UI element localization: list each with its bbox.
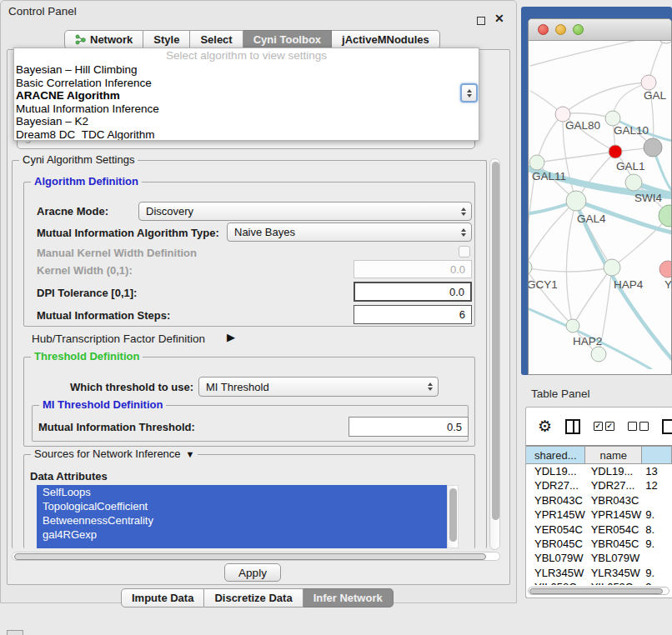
table-cell[interactable]: 9. <box>642 566 672 580</box>
table-cell[interactable]: YLR345W <box>586 566 643 580</box>
table-cell[interactable]: YIL052C <box>586 580 643 585</box>
algorithm-option[interactable]: Bayesian – K2 <box>14 115 479 128</box>
table-cell[interactable]: YBR045C <box>526 537 586 551</box>
table-cell[interactable]: YBR043C <box>586 493 643 508</box>
table-cell[interactable]: YIL052C <box>526 580 586 585</box>
table-row[interactable]: YBL079WYBL079W <box>526 551 672 565</box>
attributes-scrollbar-thumb[interactable] <box>449 488 457 542</box>
settings-horizontal-scrollbar[interactable] <box>12 552 500 561</box>
float-panel-icon[interactable] <box>477 17 485 25</box>
inference-algorithm-combobox-stepper[interactable] <box>460 83 478 102</box>
table-cell[interactable]: 9. <box>642 537 672 551</box>
table-hscrollbar-thumb[interactable] <box>529 588 663 594</box>
minimize-window-icon[interactable] <box>555 24 566 35</box>
tab-infer-network[interactable]: Infer Network <box>303 588 394 608</box>
tab-jactivemnodules[interactable]: jActiveMNodules <box>332 30 440 49</box>
table-cell[interactable]: 9 <box>642 580 672 585</box>
table-row[interactable]: YDR27...YDR27...12 <box>526 478 672 492</box>
expand-arrow-icon[interactable]: ▶ <box>227 331 235 343</box>
node-GAL4[interactable] <box>566 191 586 211</box>
table-cell[interactable]: 8. <box>642 522 672 537</box>
table-cell[interactable]: YBL079W <box>526 551 586 565</box>
node-GCY1[interactable] <box>529 260 532 275</box>
node-bottom-partial[interactable] <box>591 347 606 362</box>
table-cell[interactable]: YER054C <box>586 522 643 537</box>
node-top-partial[interactable] <box>657 41 672 43</box>
table-cell[interactable]: 13 <box>642 464 672 478</box>
table-column-header[interactable]: shared... <box>526 446 585 464</box>
table-row[interactable]: YER054CYER054C8. <box>526 522 672 537</box>
close-window-icon[interactable] <box>538 24 549 35</box>
table-row[interactable]: YIL052CYIL052C9 <box>526 580 672 585</box>
tab-select[interactable]: Select <box>190 30 243 49</box>
table-horizontal-scrollbar[interactable] <box>528 587 669 595</box>
algorithm-option[interactable]: ARACNE Algorithm <box>14 89 479 102</box>
node-pink-salmon[interactable] <box>659 261 672 278</box>
table-row[interactable]: YBR043CYBR043C <box>526 493 672 508</box>
tab-style[interactable]: Style <box>143 30 190 49</box>
attribute-item[interactable]: TopologicalCoefficient <box>37 499 447 513</box>
settings-vertical-scrollbar[interactable] <box>489 158 500 550</box>
node-GAL1[interactable] <box>609 145 622 158</box>
attribute-item[interactable]: BetweennessCentrality <box>37 513 447 528</box>
node-big-green[interactable] <box>659 205 672 227</box>
table-cell[interactable]: 12 <box>642 478 672 492</box>
table-column-header[interactable] <box>642 446 672 464</box>
table-cell[interactable]: YER054C <box>526 522 586 537</box>
table-cell[interactable]: 9. <box>642 508 672 522</box>
zoom-window-icon[interactable] <box>573 24 584 35</box>
table-cell[interactable]: YDL19... <box>586 464 643 478</box>
gear-icon[interactable]: ⚙ <box>538 418 552 434</box>
doc-icon[interactable] <box>662 419 672 434</box>
node-HAP4[interactable] <box>604 259 620 276</box>
attributes-list-scrollbar[interactable] <box>447 485 459 548</box>
mi-steps-input[interactable]: 6 <box>354 305 472 324</box>
tab-network[interactable]: Network <box>64 30 143 49</box>
checked-columns-icon[interactable]: ✓✓ <box>594 422 614 431</box>
network-canvas-svg[interactable]: GALGAL80GAL10GAL1GAL11SWI4GAL4GCY1HAP4YH… <box>529 41 672 369</box>
table-cell[interactable]: YBL079W <box>586 551 643 565</box>
table-cell[interactable] <box>642 493 672 508</box>
algorithm-option[interactable]: Dream8 DC_TDC Algorithm <box>14 128 479 141</box>
node-SWI4[interactable] <box>625 174 642 191</box>
table-row[interactable]: YDL19...YDL19...13 <box>526 464 672 478</box>
mi-algorithm-type-combobox[interactable]: Naive Bayes <box>227 222 472 242</box>
table-cell[interactable]: YDR27... <box>586 478 643 492</box>
algorithm-option[interactable]: Basic Correlation Inference <box>14 77 479 90</box>
settings-hscrollbar-thumb[interactable] <box>14 553 486 560</box>
attribute-item-partial[interactable] <box>37 542 447 548</box>
table-cell[interactable]: YDR27... <box>526 478 586 492</box>
table-cell[interactable] <box>642 551 672 565</box>
node-GAL11[interactable] <box>529 155 544 170</box>
table-column-header[interactable]: name <box>585 446 642 464</box>
algorithm-option[interactable]: Bayesian – Hill Climbing <box>14 63 479 77</box>
close-panel-icon[interactable]: ✕ <box>494 12 504 25</box>
split-columns-icon[interactable] <box>565 419 580 434</box>
attribute-item[interactable]: SelfLoops <box>37 485 447 499</box>
data-attributes-list[interactable]: SelfLoopsTopologicalCoefficientBetweenne… <box>37 485 447 548</box>
mi-threshold-input[interactable]: 0.5 <box>349 417 469 437</box>
collapse-arrow-icon[interactable]: ▼ <box>186 449 195 459</box>
manual-kernel-width-checkbox[interactable] <box>459 246 470 258</box>
node-pink-top[interactable] <box>641 75 656 90</box>
tab-discretize-data[interactable]: Discretize Data <box>204 588 303 608</box>
apply-button[interactable]: Apply <box>224 563 281 582</box>
dpi-tolerance-input[interactable]: 0.0 <box>354 282 472 302</box>
table-cell[interactable]: YBR045C <box>586 537 643 551</box>
table-row[interactable]: YLR345WYLR345W9. <box>526 566 672 580</box>
aracne-mode-combobox[interactable]: Discovery <box>138 202 472 221</box>
node-HAP2[interactable] <box>566 319 579 332</box>
table-cell[interactable]: YLR345W <box>526 566 586 580</box>
algorithm-option[interactable]: Mutual Information Inference <box>14 102 479 116</box>
table-cell[interactable]: YPR145W <box>586 508 643 522</box>
attribute-item[interactable]: gal4RGexp <box>37 528 447 542</box>
unchecked-columns-icon[interactable] <box>628 422 649 431</box>
tab-impute-data[interactable]: Impute Data <box>121 588 204 608</box>
table-cell[interactable]: YBR043C <box>526 493 586 508</box>
settings-vscrollbar-thumb[interactable] <box>492 162 499 520</box>
table-row[interactable]: YBR045CYBR045C9. <box>526 537 672 551</box>
table-row[interactable]: YPR145WYPR145W9. <box>526 508 672 522</box>
table-cell[interactable]: YPR145W <box>526 508 586 522</box>
table-cell[interactable]: YDL19... <box>526 464 586 478</box>
which-threshold-combobox[interactable]: MI Threshold <box>198 377 439 397</box>
